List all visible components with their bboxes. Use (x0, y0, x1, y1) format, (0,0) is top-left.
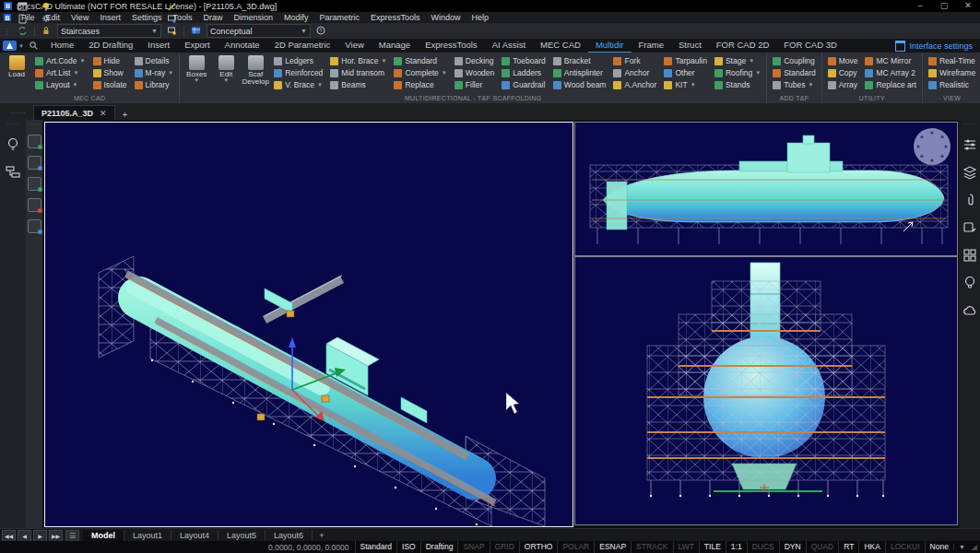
properties-icon[interactable] (962, 137, 977, 152)
tarpaulin-button[interactable]: Tarpaulin (661, 55, 710, 66)
tab-insert[interactable]: Insert (140, 38, 177, 52)
copy-button[interactable]: Copy (825, 67, 861, 78)
wireframe-button[interactable]: Wireframe (926, 67, 978, 78)
status-toggle-strack[interactable]: STRACK (631, 541, 672, 553)
maximize-button[interactable]: ▢ (932, 0, 956, 12)
viewport-front-elevation[interactable] (574, 256, 958, 525)
layout-list-icon[interactable]: ☰ (65, 530, 79, 542)
status-toggle-iso[interactable]: ISO (396, 541, 420, 553)
gear-icon[interactable] (40, 13, 53, 25)
minimize-button[interactable]: – (908, 0, 932, 12)
stands-button[interactable]: Stands (712, 79, 763, 90)
layer-on-icon[interactable] (28, 135, 41, 148)
menu-draw[interactable]: Draw (197, 12, 228, 23)
decking-button[interactable]: Decking (452, 55, 498, 66)
details-button[interactable]: Details (132, 55, 177, 66)
isolate-button[interactable]: Isolate (90, 79, 130, 90)
menu-insert[interactable]: Insert (94, 12, 126, 23)
beams-button[interactable]: Beams (327, 79, 389, 90)
menu-expresstools[interactable]: ExpressTools (365, 12, 426, 23)
new-document-icon[interactable] (16, 13, 30, 25)
layer-lock-icon[interactable] (28, 177, 41, 191)
status-toggle-polar[interactable]: POLAR (557, 541, 594, 553)
previous-layout-button[interactable]: ◀ (18, 530, 31, 542)
resize-grip-icon[interactable]: ◢ (970, 543, 980, 551)
menu-parametric[interactable]: Parametric (314, 12, 366, 23)
library-button[interactable]: Library (132, 79, 177, 90)
close-button[interactable]: ✕ (956, 0, 980, 12)
document-tab[interactable]: P21105.A_3D ✕ (33, 105, 115, 120)
toolbar-grip[interactable]: ⋯⋯ (28, 122, 41, 127)
wand-icon[interactable] (165, 1, 179, 13)
status-toggle-ortho[interactable]: ORTHO (519, 541, 558, 553)
lock-icon[interactable] (40, 25, 53, 37)
ladders-button[interactable]: Ladders (499, 67, 548, 78)
layer-isolate-icon[interactable] (165, 25, 179, 37)
menu-dimension[interactable]: Dimension (228, 12, 278, 23)
show-button[interactable]: Show (90, 67, 130, 78)
v-brace-button[interactable]: V. Brace▼ (271, 79, 325, 90)
status-toggle-rt[interactable]: RT (838, 541, 858, 553)
standard-button[interactable]: Standard (770, 67, 819, 78)
status-toggle-standard[interactable]: Standard (355, 541, 397, 553)
menu-view[interactable]: View (65, 12, 94, 23)
status-toggle-lwt[interactable]: LWT (673, 541, 699, 553)
layout-tab-layout4[interactable]: Layout4 (171, 530, 218, 542)
layout-tab-layout1[interactable]: Layout1 (124, 530, 171, 542)
kit-button[interactable]: KIT▼ (661, 79, 710, 90)
tab-frame[interactable]: Frame (632, 38, 671, 52)
tab-multidir[interactable]: Multidir (588, 38, 632, 53)
status-toggle-drafting[interactable]: Drafting (420, 541, 458, 553)
status-toggle-esnap[interactable]: ESNAP (594, 541, 631, 553)
hide-button[interactable]: Hide (90, 55, 130, 66)
tab-home[interactable]: Home (43, 38, 81, 52)
art-list-button[interactable]: Art.List▼ (32, 67, 89, 78)
layer-state-icon[interactable] (165, 13, 179, 25)
first-layout-button[interactable]: ◀◀ (2, 530, 16, 542)
replace-button[interactable]: Replace (391, 79, 449, 90)
tab-2d-drafting[interactable]: 2D Drafting (81, 38, 140, 52)
stage-button[interactable]: Stage▼ (712, 55, 763, 66)
load-button[interactable]: Load (3, 54, 30, 78)
guardrail-button[interactable]: Guardrail (499, 79, 548, 90)
tab-for-cad-2d[interactable]: FOR CAD 2D (709, 38, 777, 52)
layout-button[interactable]: Layout▼ (32, 79, 89, 90)
tab-2d-parametric[interactable]: 2D Parametric (267, 38, 338, 52)
tab-export[interactable]: Export (177, 38, 217, 52)
layout-tab-layout5[interactable]: Layout5 (218, 530, 266, 542)
bracket-button[interactable]: Bracket (550, 55, 609, 66)
replace-art-button[interactable]: Replace art (862, 79, 918, 90)
chevron-down-icon[interactable]: ▼ (18, 43, 24, 49)
coupling-button[interactable]: Coupling (770, 55, 819, 66)
new-document-tab-button[interactable]: + (123, 110, 128, 120)
bulb-panel-icon[interactable] (6, 137, 20, 152)
layer-color-icon[interactable] (28, 219, 41, 233)
viewport-side-elevation[interactable] (574, 122, 958, 256)
layer-off-red-icon[interactable] (28, 198, 41, 212)
status-toggle-quad[interactable]: QUAD (806, 541, 839, 553)
layout-tab-model[interactable]: Model (83, 530, 124, 542)
tab-expresstools[interactable]: ExpressTools (418, 38, 485, 52)
anchor-button[interactable]: Anchor (610, 67, 659, 78)
status-toggle-grid[interactable]: GRID (490, 541, 519, 553)
toolbar-grip[interactable]: ⋮ (3, 27, 11, 36)
status-toggle-tile[interactable]: TILE (699, 541, 726, 553)
array-button[interactable]: Array (825, 79, 861, 90)
move-button[interactable]: Move (825, 55, 861, 66)
tab-for-cad-3d[interactable]: FOR CAD 3D (776, 38, 844, 52)
toeboard-button[interactable]: Toeboard (499, 55, 548, 66)
bulb-icon[interactable] (40, 1, 53, 13)
last-layout-button[interactable]: ▶▶ (49, 530, 63, 542)
attachments-icon[interactable] (962, 193, 977, 207)
complete-button[interactable]: Complete▼ (391, 67, 449, 78)
status-menu-chevron-icon[interactable]: ▼ (953, 544, 970, 550)
toolbar-grip[interactable]: ⋯⋯ (6, 122, 19, 127)
layer-select[interactable]: Staircases ▼ (57, 24, 161, 38)
a-anchor-button[interactable]: A.Anchor (610, 79, 659, 90)
add-layout-button[interactable]: + (313, 531, 330, 540)
status-toggle-hka[interactable]: HKA (858, 541, 884, 553)
antisplinter-button[interactable]: Antisplinter (550, 67, 609, 78)
wood-beam-button[interactable]: Wood beam (550, 79, 609, 90)
layers-panel-icon[interactable] (962, 165, 977, 180)
cloud-icon[interactable] (962, 303, 977, 318)
